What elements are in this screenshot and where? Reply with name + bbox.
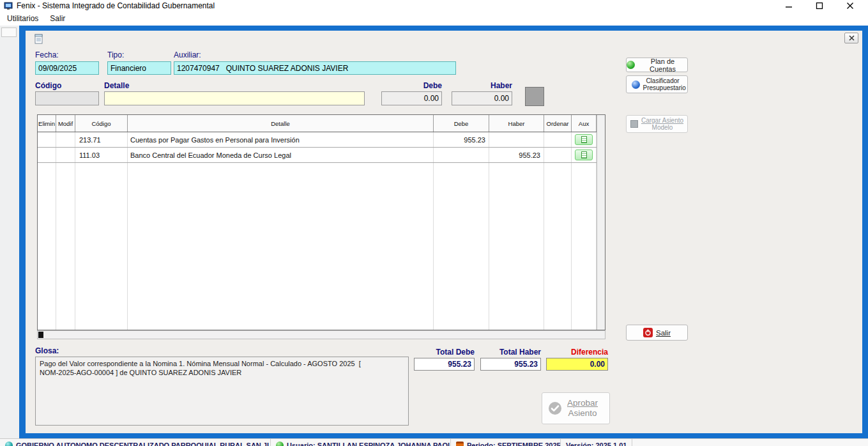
cell-debe [434, 286, 489, 301]
cell-haber [489, 270, 544, 286]
cell-ordenar [544, 316, 572, 330]
fecha-label: Fecha: [35, 50, 59, 59]
maximize-button[interactable] [814, 1, 825, 10]
cell-debe [434, 178, 489, 194]
aprobar-asiento-label: Aprobar Asiento [567, 398, 598, 419]
cell-detalle [128, 316, 434, 330]
aux-button[interactable] [575, 150, 593, 160]
table-row[interactable]: 111.03Banco Central del Ecuador Moneda d… [38, 148, 597, 163]
green-globe-icon [627, 61, 635, 69]
debe-input[interactable] [381, 91, 442, 105]
header-ordenar: Ordenar [544, 115, 572, 132]
haber-label: Haber [452, 81, 512, 90]
cell-detalle [128, 240, 434, 255]
plan-de-cuentas-label: Plan de Cuentas [638, 58, 687, 73]
cell-aux [572, 240, 597, 255]
cell-ordenar [544, 194, 572, 209]
cell-ordenar [544, 163, 572, 178]
panel-close-button[interactable] [844, 33, 858, 43]
cell-codigo [75, 194, 128, 209]
cell-aux [572, 316, 597, 330]
cell-aux [572, 163, 597, 178]
cell-modif [56, 224, 75, 240]
cell-elimin [38, 178, 56, 194]
cell-haber [489, 224, 544, 240]
cell-haber [489, 163, 544, 178]
total-debe-field [414, 358, 475, 371]
cell-elimin [38, 209, 56, 224]
salir-button[interactable]: Salir [626, 325, 688, 341]
tipo-input[interactable] [107, 61, 171, 75]
cell-detalle: Cuentas por Pagar Gastos en Personal par… [128, 132, 434, 147]
entries-table: Elimin Modif Código Detalle Debe Haber O… [37, 114, 605, 330]
cell-modif [56, 132, 75, 147]
plan-de-cuentas-button[interactable]: Plan de Cuentas [626, 58, 688, 72]
salir-label: Salir [656, 329, 671, 337]
cell-detalle [128, 224, 434, 240]
clasificador-presupuestario-button[interactable]: Clasificador Presupuestario [626, 75, 688, 93]
glosa-label: Glosa: [35, 346, 59, 355]
cell-haber [489, 240, 544, 255]
cell-debe [434, 148, 489, 162]
table-horizontal-scrollbar[interactable] [37, 330, 605, 339]
cell-haber [489, 209, 544, 224]
table-vertical-scrollbar[interactable] [597, 115, 605, 330]
cell-elimin [38, 270, 56, 286]
cell-debe [434, 255, 489, 270]
content-frame: Fecha: Tipo: Auxiliar: Código Detalle De… [19, 26, 868, 438]
cargar-asiento-modelo-button[interactable]: Cargar Asiento Modelo [626, 115, 688, 133]
cell-modif [56, 240, 75, 255]
cell-codigo [75, 301, 128, 316]
cell-ordenar [544, 148, 572, 162]
detalle-input[interactable] [104, 91, 365, 105]
auxiliar-label: Auxiliar: [174, 50, 201, 59]
minimize-button[interactable] [784, 1, 794, 10]
left-dock-strip [0, 26, 19, 438]
table-row[interactable]: 213.71Cuentas por Pagar Gastos en Person… [38, 132, 597, 148]
cell-codigo [75, 224, 128, 240]
cell-haber: 955.23 [489, 148, 544, 162]
statusbar-periodo: Periodo: SEPTIEMBRE 2025 [451, 439, 561, 446]
cell-elimin [38, 301, 56, 316]
aux-button[interactable] [575, 134, 593, 145]
aprobar-asiento-button[interactable]: Aprobar Asiento [542, 392, 610, 424]
cell-ordenar [544, 224, 572, 240]
new-document-button[interactable] [32, 33, 46, 45]
exit-icon [643, 328, 653, 337]
glosa-textarea[interactable]: Pago del Valor correspondiente a la Nomi… [35, 357, 409, 426]
cell-haber [489, 194, 544, 209]
cell-haber [489, 301, 544, 316]
cell-aux [572, 255, 597, 270]
blue-globe-icon [632, 81, 640, 89]
cell-ordenar [544, 178, 572, 194]
haber-input[interactable] [452, 91, 512, 105]
app-window: { "window": { "title": "Fenix - Sistema … [0, 0, 868, 446]
menu-utilitarios[interactable]: Utilitarios [1, 13, 44, 24]
menu-salir[interactable]: Salir [44, 13, 71, 24]
cell-codigo [75, 240, 128, 255]
cargar-asiento-label: Cargar Asiento Modelo [641, 117, 683, 132]
cell-haber [489, 286, 544, 301]
cell-ordenar [544, 240, 572, 255]
close-icon [849, 35, 855, 41]
document-lines-icon [581, 136, 587, 143]
fecha-input[interactable] [35, 61, 99, 75]
cell-elimin [38, 148, 56, 162]
table-row [38, 224, 597, 240]
auxiliar-input[interactable] [174, 61, 456, 75]
cell-aux [572, 148, 597, 162]
cell-aux [572, 301, 597, 316]
cell-elimin [38, 240, 56, 255]
window-title: Fenix - Sistema Integrado de Contabilida… [17, 1, 215, 10]
cell-detalle: Banco Central del Ecuador Moneda de Curs… [128, 148, 434, 162]
scrollbar-thumb[interactable] [38, 332, 43, 338]
close-button[interactable] [845, 1, 855, 10]
titlebar: Fenix - Sistema Integrado de Contabilida… [0, 0, 868, 12]
gray-action-button[interactable] [525, 87, 544, 106]
header-debe: Debe [434, 115, 489, 132]
codigo-input[interactable] [35, 91, 99, 105]
cell-elimin [38, 255, 56, 270]
collapsed-panel-tab[interactable] [1, 27, 17, 37]
table-row [38, 316, 597, 330]
cell-modif [56, 301, 75, 316]
